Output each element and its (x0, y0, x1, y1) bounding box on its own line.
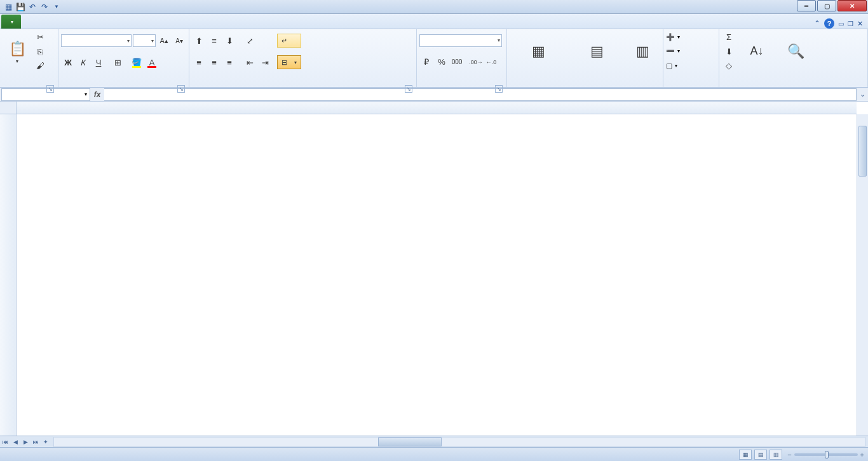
zoom-slider[interactable] (794, 453, 858, 456)
copy-button[interactable]: ⎘ (33, 45, 47, 58)
undo-icon[interactable]: ↶ (27, 1, 38, 13)
dialog-launcher-icon[interactable]: ↘ (177, 85, 185, 93)
insert-cells-button[interactable]: ➕▾ (666, 33, 716, 41)
decrease-decimal-button[interactable]: ←.0 (484, 55, 498, 69)
conditional-formatting-button[interactable]: ▦ (510, 30, 567, 72)
font-name-combo[interactable]: ▾ (61, 34, 132, 47)
save-icon[interactable]: 💾 (15, 1, 26, 13)
minimize-button[interactable]: ━ (797, 0, 816, 11)
close-button[interactable]: ✕ (837, 0, 867, 11)
cut-button[interactable]: ✂ (33, 30, 47, 44)
quick-access-toolbar: ▦ 💾 ↶ ↷ ▼ (0, 1, 62, 13)
tab-nav-prev-icon[interactable]: ◀ (10, 437, 20, 447)
tab-nav-next-icon[interactable]: ▶ (20, 437, 31, 447)
title-bar: ▦ 💾 ↶ ↷ ▼ ━ ▢ ✕ (0, 0, 868, 14)
comma-format-button[interactable]: 000 (450, 55, 464, 69)
clear-button[interactable]: ◇ (722, 59, 736, 72)
tab-nav-last-icon[interactable]: ⏭ (31, 437, 41, 447)
page-layout-view-button[interactable]: ▤ (754, 450, 767, 460)
ribbon-min-icon[interactable]: ▭ (838, 20, 844, 27)
formula-input[interactable] (104, 88, 857, 101)
format-cells-button[interactable]: ▢▾ (666, 62, 716, 70)
wrap-icon: ↵ (281, 37, 287, 45)
sort-icon: A↓ (747, 41, 767, 62)
formula-bar: ▾ fx ⌄ (0, 88, 868, 102)
zoom-in-button[interactable]: + (860, 451, 864, 458)
italic-button[interactable]: К (76, 55, 90, 69)
fill-button[interactable]: ⬇ (722, 45, 736, 58)
group-clipboard-label: ↘ (3, 84, 55, 87)
cond-format-icon: ▦ (528, 41, 548, 62)
format-as-table-button[interactable]: ▤ (568, 30, 625, 72)
cell-styles-button[interactable]: ▥ (627, 30, 658, 72)
paste-button[interactable]: 📋 ▾ (3, 30, 32, 72)
percent-format-button[interactable]: % (435, 55, 449, 69)
qat-dropdown-icon[interactable]: ▼ (51, 1, 62, 13)
group-font-label: ↘ (61, 84, 186, 87)
increase-font-button[interactable]: A▴ (157, 34, 171, 48)
help-icon[interactable]: ? (824, 18, 834, 29)
align-bottom-button[interactable]: ⬇ (222, 34, 236, 48)
row-headers (0, 114, 17, 436)
format-painter-button[interactable]: 🖌 (33, 59, 47, 72)
bold-button[interactable]: Ж (61, 55, 75, 69)
align-right-button[interactable]: ≡ (222, 55, 236, 69)
font-size-combo[interactable]: ▾ (133, 34, 156, 47)
zoom-out-button[interactable]: − (787, 451, 791, 458)
ribbon-tabs: ▾ ⌃ ? ▭ ❐ ✕ (0, 14, 868, 29)
horizontal-scrollbar[interactable] (53, 437, 865, 447)
increase-decimal-button[interactable]: .00→ (469, 55, 483, 69)
align-top-button[interactable]: ⬆ (192, 34, 206, 48)
insert-icon: ➕ (666, 33, 675, 41)
cell-styles-icon: ▥ (632, 41, 653, 62)
merge-icon: ⊟ (281, 58, 287, 67)
dialog-launcher-icon[interactable]: ↘ (405, 85, 412, 93)
delete-cells-button[interactable]: ➖▾ (666, 47, 716, 55)
sort-filter-button[interactable]: A↓ (737, 30, 776, 72)
redo-icon[interactable]: ↷ (39, 1, 50, 13)
vertical-scrollbar[interactable] (857, 114, 868, 436)
align-middle-button[interactable]: ≡ (207, 34, 221, 48)
align-center-button[interactable]: ≡ (207, 55, 221, 69)
minimize-ribbon-icon[interactable]: ⌃ (814, 19, 820, 28)
fill-color-button[interactable]: 🪣 (130, 55, 144, 69)
expand-formula-bar-icon[interactable]: ⌄ (857, 90, 868, 98)
fx-icon[interactable]: fx (92, 89, 103, 100)
group-styles-label (510, 84, 660, 87)
group-alignment-label: ↘ (192, 84, 414, 87)
merge-center-button[interactable]: ⊟▾ (277, 55, 301, 69)
orientation-button[interactable]: ⤢ (243, 34, 257, 48)
wrap-text-button[interactable]: ↵ (277, 34, 301, 48)
ribbon: 📋 ▾ ✂ ⎘ 🖌 ↘ ▾ ▾ A▴ A▾ Ж (0, 29, 868, 88)
sheet-tab-bar: ⏮ ◀ ▶ ⏭ ✦ (0, 436, 868, 447)
window-controls: ━ ▢ ✕ (797, 0, 868, 13)
select-all-corner[interactable] (0, 102, 17, 114)
find-select-button[interactable]: 🔍 (778, 30, 813, 72)
name-box[interactable]: ▾ (1, 88, 90, 101)
find-icon: 🔍 (785, 41, 806, 62)
ribbon-close-icon[interactable]: ✕ (857, 20, 863, 28)
cell-grid[interactable] (17, 114, 857, 436)
page-break-view-button[interactable]: ▥ (770, 450, 782, 460)
dialog-launcher-icon[interactable]: ↘ (46, 85, 54, 93)
delete-icon: ➖ (666, 47, 675, 55)
decrease-indent-button[interactable]: ⇤ (243, 55, 257, 69)
maximize-button[interactable]: ▢ (817, 0, 836, 11)
normal-view-button[interactable]: ▦ (739, 450, 752, 460)
accounting-format-button[interactable]: ₽ (419, 55, 433, 69)
decrease-font-button[interactable]: A▾ (172, 34, 186, 48)
number-format-combo[interactable]: ▾ (419, 34, 502, 47)
font-color-button[interactable]: A (145, 55, 159, 69)
align-left-button[interactable]: ≡ (192, 55, 206, 69)
underline-button[interactable]: Ч (92, 55, 105, 69)
file-tab[interactable]: ▾ (1, 15, 21, 29)
border-button[interactable]: ⊞ (111, 55, 125, 69)
dialog-launcher-icon[interactable]: ↘ (495, 85, 503, 93)
ribbon-restore-icon[interactable]: ❐ (848, 20, 853, 27)
increase-indent-button[interactable]: ⇥ (258, 55, 272, 69)
autosum-button[interactable]: Σ (722, 30, 736, 44)
tab-nav-first-icon[interactable]: ⏮ (0, 437, 10, 447)
clipboard-icon: 📋 (7, 39, 27, 59)
group-cells-label (666, 84, 716, 87)
new-sheet-icon[interactable]: ✦ (41, 437, 51, 447)
